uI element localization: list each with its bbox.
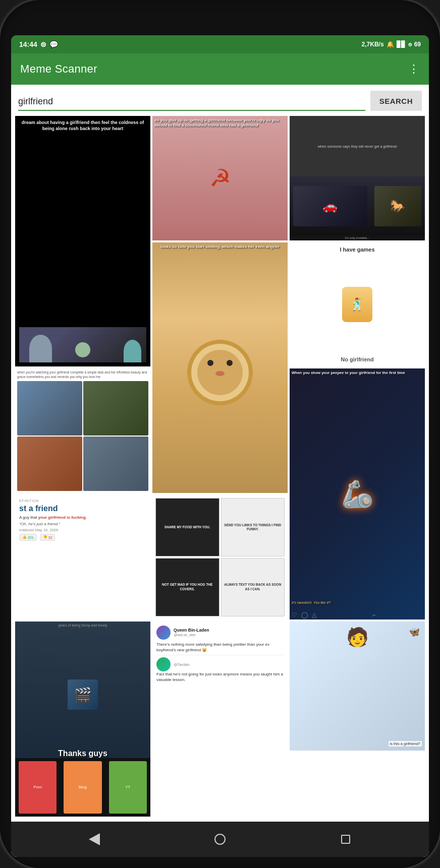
twitter-avatar-1 bbox=[156, 626, 171, 640]
photo-4 bbox=[83, 437, 148, 491]
meme-dog-card[interactable]: looks so cute you start smiling, which m… bbox=[152, 242, 288, 493]
search-input[interactable] bbox=[18, 94, 365, 109]
friend-box-2: SEND YOU LINKS TO THINGS I FIND FUNNY. bbox=[221, 498, 285, 556]
bookmark-icon[interactable]: ⌐ bbox=[372, 611, 376, 618]
isthis-content: 🧑 🦋 is this a girlfriend? bbox=[290, 622, 425, 751]
meme-friends-card[interactable]: SHARE MY FOOD WITH YOU. SEND YOU LINKS T… bbox=[152, 495, 288, 619]
butterfly-icon: 🦋 bbox=[409, 627, 420, 638]
photo-1 bbox=[17, 381, 82, 436]
def-tag: EFINITION bbox=[19, 499, 146, 503]
photo-2 bbox=[83, 381, 148, 436]
meme-watching-card[interactable]: when you're watching your girlfriend com… bbox=[15, 368, 150, 493]
thumbs-down-icon: 👎 bbox=[43, 535, 47, 539]
watching-photos bbox=[17, 381, 148, 491]
ironman-actions: ♡ ◯ △ ⌐ bbox=[292, 611, 316, 618]
friend-box-1: SHARE MY FOOD WITH YOU. bbox=[155, 498, 219, 556]
twitter-name-1: Queen Bin-Laden bbox=[174, 628, 209, 633]
twitter-second: @Tardals Fact that he's not going for ju… bbox=[156, 655, 284, 683]
ironman-content: 🦾 When you show your peepee to your girl… bbox=[290, 368, 425, 619]
dog-text: looks so cute you start smiling, which m… bbox=[154, 244, 286, 249]
thumbs-up-icon: 👍 bbox=[22, 535, 27, 539]
ironman-top-text: When you show your peepee to your girlfr… bbox=[292, 370, 423, 375]
friend-box-4: ALWAYS TEXT YOU BACK AS SOON AS I CAN. bbox=[221, 558, 285, 616]
def-date: imbleclot May 19, 2009 bbox=[19, 528, 146, 532]
meme-isthis-card[interactable]: 🧑 🦋 is this a girlfriend? bbox=[290, 622, 425, 751]
meme-ppap-card[interactable]: I have games 🕺 No girlfriend bbox=[290, 242, 425, 367]
watching-content: when you're watching your girlfriend com… bbox=[15, 368, 150, 493]
messenger-icon: 💬 bbox=[49, 40, 58, 48]
def-description: A guy that your girlfriend is fucking. bbox=[19, 515, 146, 520]
ironman-bg: 🦾 bbox=[290, 368, 425, 619]
comment-icon[interactable]: ◯ bbox=[301, 611, 308, 618]
girlfriend-never-content: when someone says they will never get a … bbox=[290, 116, 425, 240]
meme-ironman-card[interactable]: 🦾 When you show your peepee to your girl… bbox=[290, 368, 425, 619]
communist-image: ☭ bbox=[152, 116, 288, 240]
search-bar: SEARCH bbox=[11, 85, 429, 111]
app-title: Meme Scanner bbox=[20, 63, 97, 76]
twitter-avatar-2 bbox=[156, 657, 171, 671]
recents-icon bbox=[341, 835, 350, 844]
status-bar: 14:44 ⊚ 💬 2,7KB/s 🔔 ▊▊ ⌾ 69 bbox=[11, 35, 429, 53]
friends-content: SHARE MY FOOD WITH YOU. SEND YOU LINKS T… bbox=[152, 495, 288, 619]
twitter-handle-1: @lad.wi_dee bbox=[174, 633, 209, 637]
share-icon[interactable]: △ bbox=[312, 611, 316, 618]
status-left: 14:44 ⊚ 💬 bbox=[19, 40, 58, 48]
communist-text: en you give up on getting a girlfriend b… bbox=[154, 118, 286, 128]
upvote-button[interactable]: 👍 201 bbox=[19, 534, 37, 541]
twitter-text-1: There's nothing more satisfying than bei… bbox=[156, 642, 284, 653]
isthis-bg: 🧑 🦋 bbox=[290, 622, 425, 751]
ppap-figure: 🕺 bbox=[342, 287, 372, 322]
recents-button[interactable] bbox=[337, 830, 355, 848]
meme-squidward-card[interactable]: dream about having a girlfriend then fee… bbox=[15, 116, 150, 366]
back-icon bbox=[89, 833, 100, 845]
squidward-text: dream about having a girlfriend then fee… bbox=[19, 120, 146, 132]
ppap-text-top: I have games bbox=[340, 246, 374, 253]
thanks-bg: 🎬 bbox=[15, 622, 150, 758]
definition-content: EFINITION st a friend A guy that your gi… bbox=[15, 495, 150, 619]
network-speed: 2,7KB/s bbox=[362, 41, 384, 48]
def-example: "Oh, he's just a friend." bbox=[19, 522, 146, 526]
dog-content: looks so cute you start smiling, which m… bbox=[152, 242, 288, 493]
twitter-content: Queen Bin-Laden @lad.wi_dee There's noth… bbox=[152, 622, 288, 751]
whatsapp-icon: ⊚ bbox=[40, 40, 46, 48]
heart-icon[interactable]: ♡ bbox=[292, 611, 297, 618]
meme-thanks-card[interactable]: years of being funny and lonely 🎬 Thanks… bbox=[15, 622, 150, 817]
meme-communist-card[interactable]: en you give up on getting a girlfriend b… bbox=[152, 116, 288, 240]
isthis-label: is this a girlfriend? bbox=[389, 741, 422, 747]
friend-box-3: NOT GET MAD IF YOU HOG THE COVERS. bbox=[155, 558, 219, 616]
meme-girlfriend-never-card[interactable]: when someone says they will never get a … bbox=[290, 116, 425, 240]
girlfriend-never-text: when someone says they will never get a … bbox=[290, 116, 425, 176]
time-display: 14:44 bbox=[19, 40, 37, 48]
thumb-1: Porn bbox=[19, 761, 57, 814]
nav-bar bbox=[11, 822, 429, 857]
ppap-text-bottom: No girlfriend bbox=[341, 356, 373, 362]
home-icon bbox=[214, 834, 226, 845]
home-button[interactable] bbox=[211, 830, 229, 848]
twitter-header-1: Queen Bin-Laden @lad.wi_dee bbox=[156, 626, 284, 640]
overflow-menu-button[interactable]: ⋮ bbox=[408, 63, 420, 76]
hammer-sickle-icon: ☭ bbox=[209, 164, 231, 192]
battery-display: 69 bbox=[414, 41, 421, 48]
back-button[interactable] bbox=[85, 830, 103, 848]
twitter-text-2: Fact that he's not going for just looks … bbox=[156, 671, 284, 683]
communist-content: en you give up on getting a girlfriend b… bbox=[152, 116, 288, 240]
downvote-button[interactable]: 👎 32 bbox=[40, 534, 56, 541]
thumb-2: Bing bbox=[64, 761, 101, 814]
def-votes: 👍 201 👎 32 bbox=[19, 534, 146, 541]
search-input-wrap bbox=[18, 94, 365, 111]
meme-twitter-card[interactable]: Queen Bin-Laden @lad.wi_dee There's noth… bbox=[152, 622, 288, 751]
anime-figure: 🧑 bbox=[346, 627, 369, 648]
wifi-icon: ⌾ bbox=[408, 41, 412, 48]
twitter-handle-2: @Tardals bbox=[174, 662, 190, 667]
girlfriend-never-caption: It's only invisible... bbox=[290, 235, 425, 240]
phone-screen: 14:44 ⊚ 💬 2,7KB/s 🔔 ▊▊ ⌾ 69 Meme Scanner… bbox=[11, 35, 429, 857]
years-text: years of being funny and lonely bbox=[15, 624, 150, 627]
search-button[interactable]: SEARCH bbox=[370, 91, 422, 111]
phone-frame: 14:44 ⊚ 💬 2,7KB/s 🔔 ▊▊ ⌾ 69 Meme Scanner… bbox=[0, 0, 440, 868]
ironman-icon: 🦾 bbox=[341, 479, 374, 510]
thumb-3: YT bbox=[109, 761, 147, 814]
twitter-user-1: Queen Bin-Laden @lad.wi_dee bbox=[174, 628, 209, 637]
status-right: 2,7KB/s 🔔 ▊▊ ⌾ 69 bbox=[362, 41, 421, 48]
ppap-content: I have games 🕺 No girlfriend bbox=[290, 242, 425, 367]
meme-definition-card[interactable]: EFINITION st a friend A guy that your gi… bbox=[15, 495, 150, 619]
